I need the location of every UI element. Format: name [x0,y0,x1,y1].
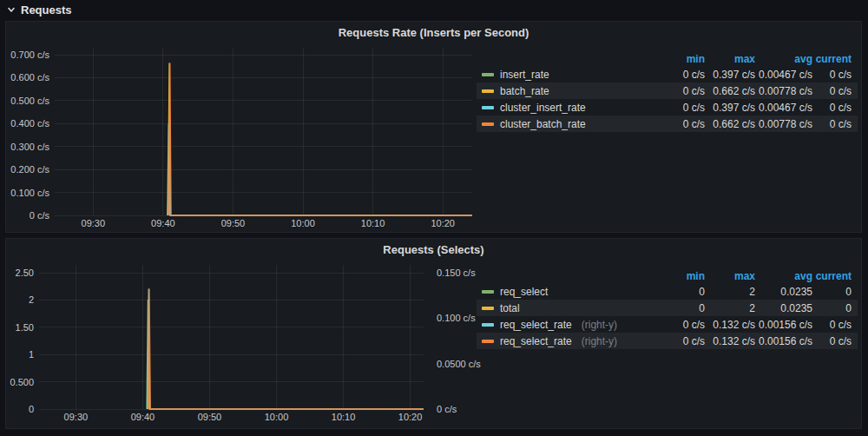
legend-value-avg: 0.00467 c/s [755,102,812,114]
legend-col-header-current[interactable]: current [812,270,858,282]
chevron-down-icon [6,4,16,15]
legend-value-current: 0 [812,286,858,298]
x-axis-tick-label: 10:20 [398,412,423,422]
panel-title[interactable]: Requests Rate (Inserts per Second) [6,26,861,39]
y-axis-tick-label: 0 [29,404,34,414]
legend-col-header-avg[interactable]: avg [755,270,812,282]
panel-requests-rate: Requests Rate (Inserts per Second) 0.700… [5,21,862,233]
y-axis-tick-label: 0.300 c/s [10,142,49,152]
legend-col-header-current[interactable]: current [812,53,858,65]
legend-row-batch_rate[interactable]: batch_rate0 c/s0.662 c/s0.00778 c/s0 c/s [477,83,858,99]
legend-value-max: 2 [705,286,755,298]
legend-row-req_select_rate[interactable]: req_select_rate(right-y)0 c/s0.132 c/s0.… [477,316,858,333]
legend-col-header-avg[interactable]: avg [755,53,812,65]
legend-col-header-min[interactable]: min [653,53,705,65]
series-color-swatch [482,106,494,109]
series-line-req_select_rate [148,289,424,409]
requests-selects-chart[interactable]: 2.5021.5010.50000.150 c/s0.100 c/s0.0500… [6,256,485,430]
panel-requests-selects: Requests (Selects) 2.5021.5010.50000.150… [5,238,862,429]
series-axis-suffix: (right-y) [582,335,617,347]
series-color-swatch [482,122,494,126]
legend-value-avg: 0.00467 c/s [755,69,812,81]
series-name[interactable]: req_select_rate [500,319,572,331]
legend-row-req_select[interactable]: req_select020.02350 [477,283,858,300]
legend-table: minmaxavgcurrentreq_select020.02350total… [477,268,858,349]
legend-col-header-max[interactable]: max [705,270,755,282]
right-y-axis-tick-label: 0 c/s [437,404,457,414]
legend-row-insert_rate[interactable]: insert_rate0 c/s0.397 c/s0.00467 c/s0 c/… [477,66,858,83]
series-color-swatch [482,340,494,343]
y-axis-tick-label: 0.500 [10,377,34,387]
y-axis-tick-label: 1 [29,349,34,360]
y-axis-tick-label: 0.700 c/s [10,50,49,60]
series-color-swatch [482,323,494,327]
panel-title[interactable]: Requests (Selects) [6,243,861,256]
series-name[interactable]: cluster_batch_rate [500,118,586,130]
legend-series-cell: insert_rate [477,69,653,81]
legend-value-avg: 0.0235 [755,302,812,314]
series-color-swatch [482,290,494,294]
series-name[interactable]: req_select_rate [500,335,572,347]
legend-series-cell: total [477,302,653,314]
legend-col-header-min[interactable]: min [653,270,705,282]
legend-series-cell: batch_rate [477,85,653,97]
y-axis-tick-label: 1.50 [16,322,34,333]
requests-rate-chart[interactable]: 0.700 c/s0.600 c/s0.500 c/s0.400 c/s0.30… [6,39,485,234]
right-y-axis-tick-label: 0.150 c/s [437,268,476,278]
series-name[interactable]: total [500,302,520,314]
x-axis-tick-label: 09:40 [151,218,175,228]
legend-table: minmaxavgcurrentinsert_rate0 c/s0.397 c/… [477,51,858,132]
x-axis-tick-label: 09:50 [198,412,222,422]
legend-value-min: 0 c/s [653,319,705,331]
legend-value-min: 0 c/s [653,102,705,114]
x-axis-tick-label: 10:10 [361,218,385,228]
row-header-requests[interactable]: Requests [0,0,868,19]
legend-header-row: minmaxavgcurrent [477,51,858,66]
legend-value-min: 0 c/s [653,118,705,130]
legend-value-max: 2 [705,302,755,314]
series-name[interactable]: req_select [500,286,548,298]
legend-value-min: 0 c/s [653,335,705,347]
x-axis-tick-label: 09:30 [64,412,89,422]
legend-value-min: 0 c/s [653,85,705,97]
legend-value-avg: 0.00778 c/s [755,118,812,130]
legend-series-cell: req_select_rate(right-y) [477,335,653,347]
x-axis-tick-label: 09:40 [131,412,155,422]
legend-series-cell: cluster_batch_rate [477,118,653,130]
legend-row-total[interactable]: total020.02350 [477,300,858,316]
y-axis-tick-label: 0.100 c/s [10,188,49,198]
series-name[interactable]: insert_rate [500,69,549,81]
legend-row-cluster_batch_rate[interactable]: cluster_batch_rate0 c/s0.662 c/s0.00778 … [477,116,858,132]
legend-value-max: 0.662 c/s [705,118,755,130]
legend-value-min: 0 [653,286,705,298]
x-axis-tick-label: 10:20 [431,218,455,228]
legend-value-max: 0.662 c/s [705,85,755,97]
legend-series-cell: req_select_rate(right-y) [477,319,653,331]
right-y-axis-tick-label: 0.0500 c/s [437,359,481,369]
series-name[interactable]: batch_rate [500,85,549,97]
y-axis-tick-label: 0.400 c/s [10,118,49,129]
y-axis-tick-label: 0.500 c/s [10,96,49,106]
series-color-swatch [482,73,494,76]
x-axis-tick-label: 09:50 [221,218,246,228]
legend-value-avg: 0.00778 c/s [755,85,812,97]
legend-value-max: 0.132 c/s [705,335,755,347]
row-title: Requests [21,3,72,17]
legend-value-current: 0 c/s [812,85,858,97]
legend-value-current: 0 c/s [812,319,858,331]
series-line-req_select_rate [148,289,424,409]
legend-value-min: 0 c/s [653,69,705,81]
legend-row-cluster_insert_rate[interactable]: cluster_insert_rate0 c/s0.397 c/s0.00467… [477,99,858,116]
legend-value-max: 0.397 c/s [705,102,755,114]
series-name[interactable]: cluster_insert_rate [500,102,586,114]
x-axis-tick-label: 10:00 [265,412,289,422]
x-axis-tick-label: 09:30 [82,218,106,228]
legend-header-row: minmaxavgcurrent [477,268,858,283]
x-axis-tick-label: 10:10 [332,412,356,422]
legend-series-cell: cluster_insert_rate [477,102,653,114]
legend-col-header-max[interactable]: max [705,53,755,65]
legend-row-req_select_rate[interactable]: req_select_rate(right-y)0 c/s0.132 c/s0.… [477,333,858,349]
legend-value-avg: 0.00156 c/s [755,335,812,347]
x-axis-tick-label: 10:00 [291,218,315,228]
series-axis-suffix: (right-y) [582,319,617,331]
